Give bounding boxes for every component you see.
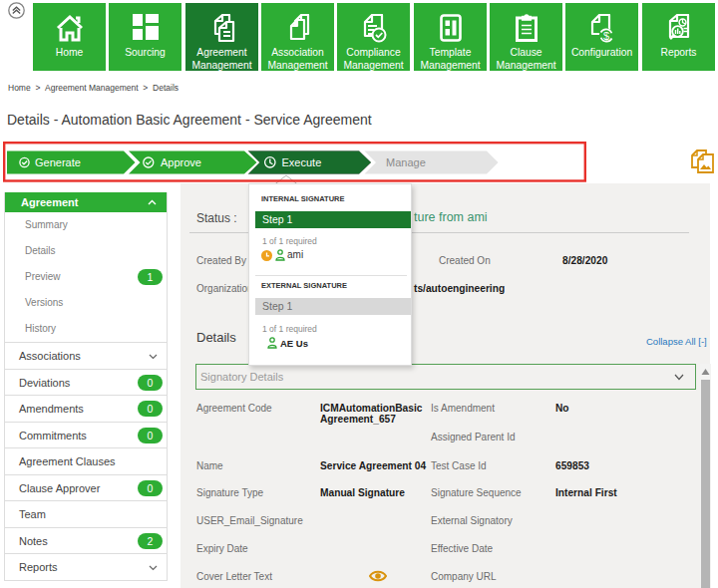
svg-text:Execute: Execute <box>282 156 322 168</box>
svg-text:Manage: Manage <box>386 156 426 168</box>
svg-text:$: $ <box>602 30 608 42</box>
svg-text:Approve: Approve <box>161 156 201 168</box>
svg-text:Generate: Generate <box>35 156 81 168</box>
